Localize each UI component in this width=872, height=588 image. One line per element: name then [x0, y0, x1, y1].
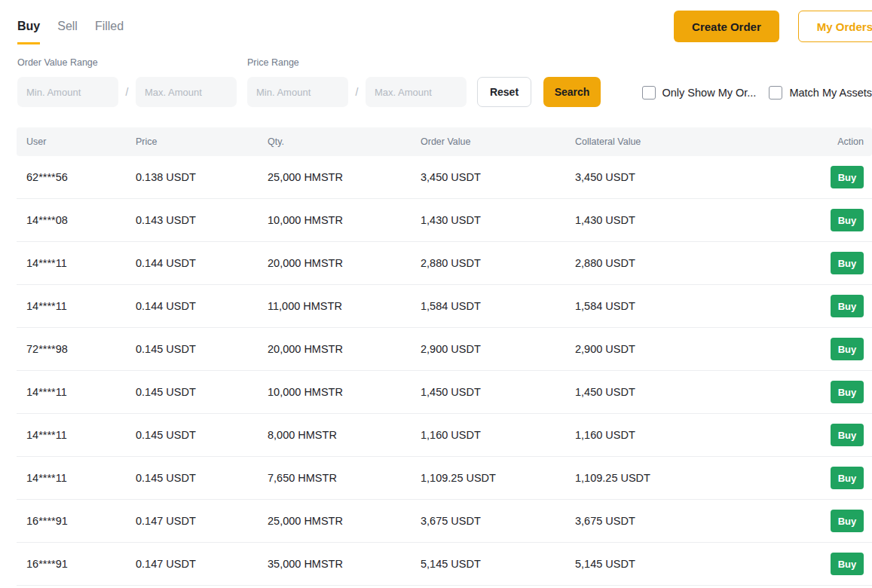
buy-button[interactable]: Buy: [831, 166, 864, 188]
user-cell: 14****11: [17, 256, 136, 270]
tab-bar: Buy Sell Filled: [17, 19, 124, 44]
only-show-my-orders-checkbox[interactable]: Only Show My Or...: [642, 86, 757, 100]
order-row: 14****08 0.143 USDT 10,000 HMSTR 1,430 U…: [17, 199, 872, 242]
order-value-cell: 2,900 USDT: [421, 342, 575, 356]
user-cell: 14****11: [17, 428, 136, 442]
qty-cell: 11,000 HMSTR: [268, 299, 421, 313]
buy-button[interactable]: Buy: [831, 467, 864, 489]
price-cell: 0.147 USDT: [136, 557, 268, 571]
qty-cell: 35,000 HMSTR: [268, 557, 421, 571]
checkbox-icon[interactable]: [642, 86, 656, 100]
price-cell: 0.147 USDT: [136, 514, 268, 528]
buy-button[interactable]: Buy: [831, 295, 864, 317]
collateral-value-cell: 1,430 USDT: [575, 213, 795, 227]
buy-button[interactable]: Buy: [831, 510, 864, 532]
collateral-value-cell: 2,880 USDT: [575, 256, 795, 270]
qty-cell: 10,000 HMSTR: [268, 385, 421, 399]
collateral-value-cell: 3,450 USDT: [575, 170, 795, 184]
buy-button[interactable]: Buy: [831, 252, 864, 274]
action-cell: Buy: [795, 295, 872, 317]
price-cell: 0.145 USDT: [136, 342, 268, 356]
collateral-value-cell: 1,584 USDT: [575, 299, 795, 313]
tab-sell[interactable]: Sell: [57, 19, 78, 44]
action-cell: Buy: [795, 553, 872, 575]
order-value-range-group: Order Value Range /: [17, 57, 237, 107]
collateral-value-cell: 1,450 USDT: [575, 385, 795, 399]
reset-button[interactable]: Reset: [477, 77, 531, 107]
order-value-cell: 3,675 USDT: [421, 514, 575, 528]
order-row: 14****11 0.145 USDT 8,000 HMSTR 1,160 US…: [17, 414, 872, 457]
order-value-cell: 1,584 USDT: [421, 299, 575, 313]
user-cell: 16****91: [17, 514, 136, 528]
price-range-label: Price Range: [247, 57, 467, 68]
buy-button[interactable]: Buy: [831, 424, 864, 446]
price-cell: 0.143 USDT: [136, 213, 268, 227]
price-range-inputs: /: [247, 77, 467, 107]
price-cell: 0.144 USDT: [136, 256, 268, 270]
order-table: User Price Qty. Order Value Collateral V…: [17, 127, 872, 586]
qty-cell: 25,000 HMSTR: [268, 170, 421, 184]
order-value-cell: 1,160 USDT: [421, 428, 575, 442]
order-row: 16****91 0.147 USDT 35,000 HMSTR 5,145 U…: [17, 543, 872, 586]
buy-button[interactable]: Buy: [831, 209, 864, 231]
checkbox-icon[interactable]: [769, 86, 782, 100]
action-cell: Buy: [795, 209, 872, 231]
match-my-assets-checkbox[interactable]: Match My Assets: [769, 86, 872, 100]
tab-buy[interactable]: Buy: [17, 19, 40, 44]
order-value-cell: 5,145 USDT: [421, 557, 575, 571]
order-value-range-inputs: /: [17, 77, 237, 107]
match-my-assets-label: Match My Assets: [789, 87, 872, 99]
price-cell: 0.138 USDT: [136, 170, 268, 184]
order-value-cell: 1,450 USDT: [421, 385, 575, 399]
user-cell: 14****11: [17, 471, 136, 485]
column-header-action: Action: [795, 135, 872, 149]
collateral-value-cell: 1,160 USDT: [575, 428, 795, 442]
order-value-range-label: Order Value Range: [17, 57, 237, 68]
range-separator: /: [348, 86, 366, 98]
buy-button[interactable]: Buy: [831, 553, 864, 575]
user-cell: 72****98: [17, 342, 136, 356]
collateral-value-cell: 5,145 USDT: [575, 557, 795, 571]
order-value-max-input[interactable]: [136, 77, 237, 107]
order-value-cell: 3,450 USDT: [421, 170, 575, 184]
column-header-qty: Qty.: [268, 135, 421, 149]
order-row: 72****98 0.145 USDT 20,000 HMSTR 2,900 U…: [17, 328, 872, 371]
my-orders-button[interactable]: My Orders: [798, 11, 872, 42]
collateral-value-cell: 3,675 USDT: [575, 514, 795, 528]
topbar: Buy Sell Filled Create Order My Orders: [0, 0, 872, 44]
buy-button[interactable]: Buy: [831, 338, 864, 360]
order-value-cell: 2,880 USDT: [421, 256, 575, 270]
user-cell: 16****91: [17, 557, 136, 571]
action-cell: Buy: [795, 252, 872, 274]
column-header-user: User: [17, 135, 136, 149]
user-cell: 14****11: [17, 299, 136, 313]
tab-filled[interactable]: Filled: [95, 19, 124, 44]
action-cell: Buy: [795, 510, 872, 532]
table-header-row: User Price Qty. Order Value Collateral V…: [17, 127, 872, 156]
price-max-input[interactable]: [366, 77, 467, 107]
search-button[interactable]: Search: [543, 77, 601, 107]
action-cell: Buy: [795, 166, 872, 188]
price-cell: 0.145 USDT: [136, 385, 268, 399]
user-cell: 14****11: [17, 385, 136, 399]
p2p-order-book-page: Buy Sell Filled Create Order My Orders O…: [0, 0, 872, 588]
price-min-input[interactable]: [247, 77, 348, 107]
order-table-body: 62****56 0.138 USDT 25,000 HMSTR 3,450 U…: [17, 156, 872, 586]
user-cell: 62****56: [17, 170, 136, 184]
action-cell: Buy: [795, 424, 872, 446]
order-row: 16****91 0.147 USDT 25,000 HMSTR 3,675 U…: [17, 500, 872, 543]
range-separator: /: [118, 86, 136, 98]
collateral-value-cell: 2,900 USDT: [575, 342, 795, 356]
action-cell: Buy: [795, 467, 872, 489]
action-cell: Buy: [795, 338, 872, 360]
price-range-group: Price Range /: [247, 57, 467, 107]
checkbox-zone: Only Show My Or... Match My Assets: [642, 86, 872, 100]
qty-cell: 10,000 HMSTR: [268, 213, 421, 227]
order-value-min-input[interactable]: [17, 77, 118, 107]
qty-cell: 20,000 HMSTR: [268, 342, 421, 356]
action-cell: Buy: [795, 381, 872, 403]
price-cell: 0.144 USDT: [136, 299, 268, 313]
filters-bar: Order Value Range / Price Range / Reset …: [0, 57, 872, 107]
buy-button[interactable]: Buy: [831, 381, 864, 403]
create-order-button[interactable]: Create Order: [674, 11, 779, 42]
